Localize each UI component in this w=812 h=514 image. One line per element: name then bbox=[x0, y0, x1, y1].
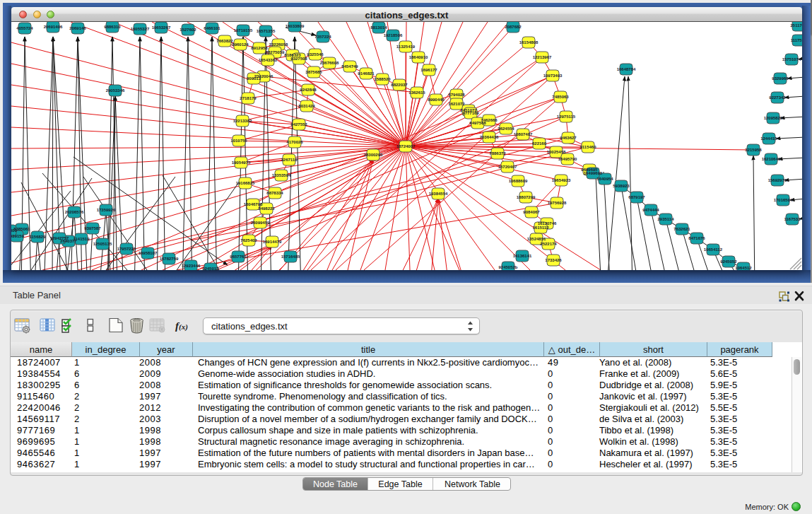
svg-text:1244415: 1244415 bbox=[760, 136, 777, 141]
svg-text:1696177: 1696177 bbox=[420, 68, 437, 72]
svg-text:939159: 939159 bbox=[11, 234, 25, 238]
svg-text:11325419: 11325419 bbox=[396, 45, 416, 49]
svg-text:16495790: 16495790 bbox=[558, 157, 577, 161]
svg-text:2069146: 2069146 bbox=[69, 26, 86, 30]
svg-text:9245052b: 9245052b bbox=[498, 265, 517, 269]
svg-text:19384554: 19384554 bbox=[429, 192, 448, 196]
svg-text:12095822: 12095822 bbox=[764, 116, 783, 120]
svg-text:10973493: 10973493 bbox=[543, 74, 563, 78]
svg-text:1362615: 1362615 bbox=[408, 90, 425, 95]
svg-text:7663822: 7663822 bbox=[216, 39, 233, 43]
svg-text:1167533: 1167533 bbox=[784, 217, 801, 221]
svg-text:4170026: 4170026 bbox=[286, 140, 303, 144]
svg-text:1621072: 1621072 bbox=[448, 102, 465, 106]
svg-text:8813014: 8813014 bbox=[370, 25, 387, 30]
svg-text:1141519: 1141519 bbox=[73, 237, 90, 241]
svg-text:9463627: 9463627 bbox=[560, 136, 577, 140]
svg-text:29053346: 29053346 bbox=[106, 88, 125, 93]
svg-text:19054975: 19054975 bbox=[232, 160, 251, 165]
svg-text:8031424: 8031424 bbox=[298, 104, 315, 108]
svg-text:28275059: 28275059 bbox=[266, 50, 285, 54]
svg-text:10653267: 10653267 bbox=[152, 25, 171, 30]
svg-text:3215958: 3215958 bbox=[745, 148, 762, 152]
svg-text:9242848: 9242848 bbox=[300, 88, 317, 92]
svg-text:9245052: 9245052 bbox=[720, 259, 737, 264]
svg-text:18300295: 18300295 bbox=[364, 153, 383, 157]
svg-text:9397587: 9397587 bbox=[84, 226, 101, 230]
svg-text:9777169: 9777169 bbox=[462, 111, 479, 115]
svg-text:1010755: 1010755 bbox=[230, 139, 247, 143]
svg-text:17957225: 17957225 bbox=[117, 247, 136, 251]
svg-text:7886372: 7886372 bbox=[489, 151, 506, 156]
svg-text:9657761: 9657761 bbox=[230, 255, 247, 259]
svg-text:8471676: 8471676 bbox=[688, 236, 705, 240]
svg-text:8878334: 8878334 bbox=[266, 191, 283, 195]
svg-text:20691406: 20691406 bbox=[44, 25, 63, 29]
svg-text:15692971: 15692971 bbox=[768, 178, 787, 182]
svg-text:2935114: 2935114 bbox=[657, 217, 674, 221]
svg-text:15751074: 15751074 bbox=[782, 57, 801, 62]
svg-text:8990446: 8990446 bbox=[428, 98, 445, 102]
svg-text:9325546: 9325546 bbox=[307, 52, 324, 57]
svg-text:10719155: 10719155 bbox=[234, 28, 253, 33]
svg-text:16914479: 16914479 bbox=[263, 240, 282, 244]
svg-text:16648784: 16648784 bbox=[617, 67, 636, 71]
svg-text:13524851: 13524851 bbox=[527, 237, 546, 241]
svg-text:6794028: 6794028 bbox=[448, 93, 465, 97]
svg-text:6879197: 6879197 bbox=[628, 195, 645, 199]
svg-text:9427552: 9427552 bbox=[290, 122, 307, 127]
svg-text:7632621: 7632621 bbox=[673, 227, 690, 231]
svg-text:13353594: 13353594 bbox=[272, 173, 291, 177]
svg-text:20206576: 20206576 bbox=[65, 210, 84, 214]
svg-text:1588520: 1588520 bbox=[374, 77, 391, 81]
svg-text:9146821: 9146821 bbox=[358, 71, 375, 76]
svg-text:18640910: 18640910 bbox=[409, 55, 428, 59]
svg-text:881300: 881300 bbox=[11, 228, 18, 233]
svg-text:16499695: 16499695 bbox=[584, 171, 603, 175]
svg-text:1733426: 1733426 bbox=[545, 258, 562, 262]
svg-text:622160: 622160 bbox=[532, 141, 547, 146]
svg-text:23676608: 23676608 bbox=[320, 61, 339, 65]
svg-text:8454749: 8454749 bbox=[341, 64, 358, 69]
svg-text:10688609: 10688609 bbox=[509, 179, 528, 183]
svg-text:19756928: 19756928 bbox=[548, 201, 567, 205]
svg-text:3624554: 3624554 bbox=[498, 127, 514, 131]
svg-text:9084067: 9084067 bbox=[523, 210, 540, 214]
svg-text:1156829: 1156829 bbox=[29, 235, 46, 239]
svg-text:16210649: 16210649 bbox=[762, 157, 781, 161]
svg-text:17016504: 17016504 bbox=[774, 198, 793, 202]
svg-text:16055327: 16055327 bbox=[131, 27, 150, 31]
svg-text:17359926: 17359926 bbox=[97, 208, 116, 212]
svg-text:2511741: 2511741 bbox=[790, 23, 802, 28]
svg-text:1117538: 1117538 bbox=[791, 38, 802, 42]
svg-text:15720407: 15720407 bbox=[498, 165, 517, 169]
svg-text:16782759: 16782759 bbox=[160, 257, 179, 261]
svg-text:19654923: 19654923 bbox=[552, 178, 571, 182]
svg-text:9115460: 9115460 bbox=[579, 145, 596, 149]
svg-text:1527602: 1527602 bbox=[180, 28, 196, 32]
svg-text:12975115: 12975115 bbox=[557, 115, 576, 119]
svg-text:20364436: 20364436 bbox=[480, 135, 499, 139]
svg-text:9886310: 9886310 bbox=[104, 25, 121, 29]
svg-text:16033809: 16033809 bbox=[286, 24, 305, 28]
svg-text:8960124: 8960124 bbox=[232, 42, 249, 47]
svg-text:15716485: 15716485 bbox=[281, 255, 300, 259]
svg-text:12213967: 12213967 bbox=[533, 55, 552, 59]
svg-text:10025458: 10025458 bbox=[547, 150, 566, 154]
svg-text:9327508: 9327508 bbox=[290, 57, 307, 61]
svg-text:1640954: 1640954 bbox=[596, 177, 613, 181]
svg-text:12923446: 12923446 bbox=[182, 264, 201, 268]
svg-text:9227342: 9227342 bbox=[769, 95, 786, 100]
svg-text:9245012: 9245012 bbox=[202, 267, 219, 270]
svg-text:14136141: 14136141 bbox=[513, 254, 532, 258]
svg-text:7485063: 7485063 bbox=[552, 95, 569, 99]
svg-text:12942757: 12942757 bbox=[50, 236, 69, 240]
svg-text:23226058: 23226058 bbox=[269, 42, 288, 47]
svg-text:7357224: 7357224 bbox=[314, 35, 331, 39]
svg-text:3498222: 3498222 bbox=[258, 206, 275, 211]
svg-text:9474444: 9474444 bbox=[642, 208, 659, 212]
svg-text:2522174: 2522174 bbox=[540, 242, 557, 246]
svg-text:12505135: 12505135 bbox=[93, 242, 112, 246]
svg-text:19218506: 19218506 bbox=[384, 33, 403, 37]
svg-text:18807299: 18807299 bbox=[517, 195, 536, 199]
